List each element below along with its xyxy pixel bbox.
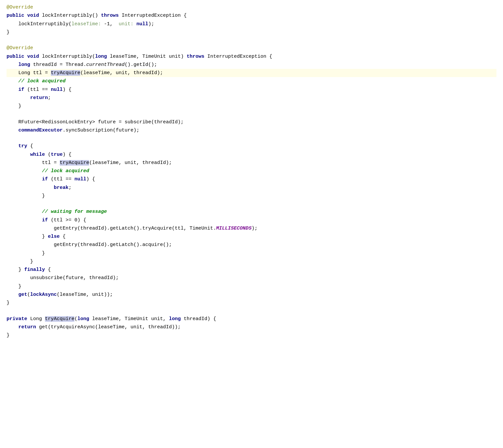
comment-lock-acquired-1: // lock acquired (18, 78, 66, 84)
line-29: } else { (7, 233, 496, 241)
annotation-1: @Override (7, 5, 33, 10)
keyword-if-2: if (42, 176, 48, 182)
keyword-get-1: get (18, 292, 27, 297)
keyword-long-3: long (77, 316, 89, 322)
highlight-tryAcquire-1: tryAcquire (51, 70, 80, 76)
keyword-true-1: true (51, 152, 63, 157)
line-12: return; (7, 94, 496, 102)
line-20: ttl = tryAcquire(leaseTime, unit, thread… (7, 159, 496, 167)
line-36: get(lockAsync(leaseTime, unit)); (7, 291, 496, 299)
line-7: public void lockInterruptibly(long lease… (7, 52, 496, 61)
keyword-lockAsync: lockAsync (30, 292, 57, 297)
param-unit-1: unit: (119, 21, 133, 27)
keyword-commandExecutor: commandExecutor (18, 128, 63, 133)
keyword-throws-1: throws (101, 13, 119, 18)
keyword-try-1: try (18, 143, 27, 149)
keyword-break-1: break (54, 185, 69, 191)
line-18: try { (7, 142, 496, 150)
line-28: getEntry(threadId).getLatch().tryAcquire… (7, 224, 496, 233)
line-24: } (7, 192, 496, 200)
keyword-while-1: while (30, 152, 45, 157)
line-39: private Long tryAcquire(long leaseTime, … (7, 315, 496, 323)
line-35: } (7, 282, 496, 291)
keyword-finally-1: finally (24, 267, 45, 273)
line-37: } (7, 299, 496, 307)
keyword-void-2: void (27, 54, 39, 59)
keyword-null-3: null (74, 176, 86, 182)
milliseconds-constant: MILLISECONDS (216, 226, 252, 231)
empty-line-4 (7, 200, 496, 208)
keyword-if-3: if (42, 217, 48, 223)
keyword-public-2: public (7, 54, 24, 59)
line-4: } (7, 28, 496, 36)
highlight-tryAcquire-3: tryAcquire (45, 316, 74, 322)
line-33: } finally { (7, 266, 496, 274)
empty-line-3 (7, 134, 496, 142)
line-19: while (true) { (7, 151, 496, 159)
line-3: lockInterruptibly(leaseTime: -1, unit: n… (7, 20, 496, 28)
line-9: Long ttl = tryAcquire(leaseTime, unit, t… (7, 69, 496, 77)
keyword-if-1: if (18, 87, 24, 92)
line-31: } (7, 249, 496, 257)
line-8: long threadId = Thread.currentThread().g… (7, 61, 496, 69)
line-40: return get(tryAcquireAsync(leaseTime, un… (7, 323, 496, 331)
line-10: // lock acquired (7, 77, 496, 85)
method-currentThread: currentThread (86, 62, 125, 68)
keyword-return-2: return (18, 324, 36, 330)
empty-line-1 (7, 36, 496, 44)
keyword-else-1: else (48, 234, 60, 239)
line-34: unsubscribe(future, threadId); (7, 274, 496, 282)
keyword-private-1: private (7, 316, 27, 322)
line-30: getEntry(threadId).getLatch().acquire(); (7, 241, 496, 249)
keyword-long-4: long (169, 316, 181, 322)
line-15: RFuture<RedissonLockEntry> future = subs… (7, 118, 496, 126)
empty-line-5 (7, 307, 496, 315)
line-13: } (7, 102, 496, 110)
code-container: @Override public void lockInterruptibly(… (0, 0, 503, 448)
keyword-public-1: public (7, 13, 24, 18)
keyword-long-2: long (18, 62, 30, 68)
line-16: commandExecutor.syncSubscription(future)… (7, 126, 496, 134)
annotation-2: @Override (7, 45, 33, 51)
keyword-null-1: null (136, 21, 148, 27)
keyword-long-1: long (95, 54, 107, 59)
keyword-throws-2: throws (187, 54, 204, 59)
line-26: // waiting for message (7, 208, 496, 216)
line-2: public void lockInterruptibly() throws I… (7, 11, 496, 20)
keyword-return-1: return (30, 95, 48, 101)
line-41: } (7, 331, 496, 339)
line-1: @Override (7, 3, 496, 11)
line-21: // lock acquired (7, 167, 496, 175)
line-27: if (ttl >= 0) { (7, 216, 496, 224)
line-23: break; (7, 184, 496, 192)
comment-lock-acquired-2: // lock acquired (42, 168, 89, 174)
param-leaseTime-1: leaseTime: (71, 21, 101, 27)
highlight-tryAcquire-2: tryAcquire (60, 160, 89, 166)
keyword-null-2: null (51, 87, 63, 92)
comment-waiting-for-message: // waiting for message (42, 209, 107, 214)
keyword-void-1: void (27, 13, 39, 18)
line-32: } (7, 257, 496, 266)
line-11: if (ttl == null) { (7, 86, 496, 94)
line-22: if (ttl == null) { (7, 175, 496, 183)
line-6: @Override (7, 44, 496, 52)
code-block: @Override public void lockInterruptibly(… (0, 3, 503, 339)
empty-line-2 (7, 110, 496, 118)
